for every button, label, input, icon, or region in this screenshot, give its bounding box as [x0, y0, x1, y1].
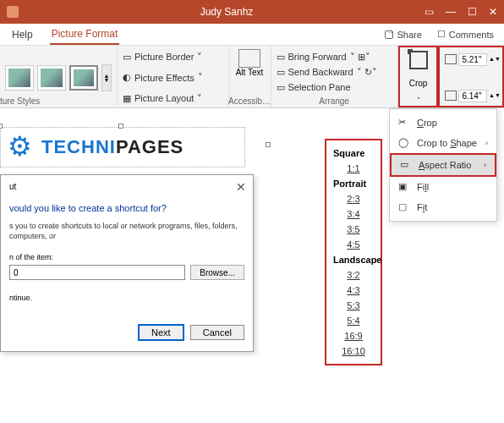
picture-effects-button[interactable]: ◐Picture Effects ˅	[123, 70, 223, 85]
square-header: Square	[326, 146, 381, 161]
alt-text-icon[interactable]	[238, 49, 260, 68]
ratio-4-3[interactable]: 4:3	[326, 283, 381, 298]
alt-text-group: Alt Text Accessib…	[229, 46, 271, 107]
selection-handle[interactable]	[118, 124, 123, 129]
next-button[interactable]: Next	[138, 324, 184, 341]
minimize-icon[interactable]: —	[446, 6, 456, 18]
crop-menu-crop[interactable]: ✂Crop	[390, 113, 496, 133]
layout-icon: ▦	[123, 93, 131, 104]
picture-format-group: ▭Picture Border ˅ ◐Picture Effects ˅ ▦Pi…	[118, 46, 229, 107]
chevron-right-icon: ›	[485, 139, 488, 147]
selection-handle[interactable]	[266, 142, 271, 147]
width-icon	[445, 91, 457, 101]
landscape-header: Landscape	[326, 252, 381, 267]
document-title: Judy Sanhz	[29, 6, 425, 18]
menu-bar: Help Picture Format Share ☐ Comments	[0, 24, 504, 46]
picture-border-button[interactable]: ▭Picture Border ˅	[123, 49, 223, 64]
title-bar: Judy Sanhz ▭ — ☐ ✕	[0, 0, 504, 24]
tab-picture-format[interactable]: Picture Format	[50, 25, 120, 45]
chevron-right-icon: ›	[484, 161, 486, 169]
ratio-3-2[interactable]: 3:2	[326, 267, 381, 283]
ratio-5-3[interactable]: 5:3	[326, 298, 381, 313]
arrange-group: ▭ Bring Forward ˅ ⊞˅ ▭ Send Backward ˅ ↻…	[271, 46, 398, 107]
send-backward-button[interactable]: ▭ Send Backward ˅ ↻˅	[277, 64, 392, 80]
width-spinner[interactable]: ▲▼	[489, 94, 497, 97]
crop-dropdown-menu: ✂Crop ◯Crop to Shape› ▭Aspect Ratio› ▣Fi…	[389, 108, 497, 222]
wizard-description: s you to create shortcuts to local or ne…	[9, 222, 244, 241]
height-icon	[445, 54, 457, 64]
continue-text: ntinue.	[9, 294, 244, 302]
ratio-4-5[interactable]: 4:5	[326, 237, 381, 252]
ratio-3-4[interactable]: 3:4	[326, 206, 381, 222]
wizard-title: ut	[9, 182, 244, 191]
portrait-header: Portrait	[326, 176, 381, 191]
ratio-1-1[interactable]: 1:1	[326, 161, 381, 176]
ratio-3-5[interactable]: 3:5	[326, 222, 381, 237]
wizard-close-icon[interactable]: ✕	[236, 180, 246, 194]
crop-menu-fill[interactable]: ▣Fill	[390, 177, 496, 197]
aspect-ratio-submenu: Square 1:1 Portrait 2:3 3:4 3:5 4:5 Land…	[325, 139, 382, 365]
create-shortcut-wizard: ✕ ut vould you like to create a shortcut…	[0, 174, 254, 352]
ratio-2-3[interactable]: 2:3	[326, 191, 381, 206]
app-icon	[7, 6, 19, 18]
gear-icon	[4, 130, 38, 164]
ratio-5-4[interactable]: 5:4	[326, 313, 381, 328]
item-location-input[interactable]	[9, 265, 185, 280]
cancel-button[interactable]: Cancel	[190, 325, 244, 340]
height-input[interactable]: 5.21"	[458, 53, 487, 66]
crop-chevron-icon: ˅	[417, 96, 420, 104]
ribbon: ▲▼ ture Styles ▭Picture Border ˅ ◐Pictur…	[0, 46, 504, 108]
style-thumb-1[interactable]	[5, 65, 34, 91]
slide-canvas: TECHNIPAGES ✕ ut vould you like to creat…	[0, 108, 504, 423]
width-input[interactable]: 6.14"	[458, 90, 487, 102]
bring-forward-button[interactable]: ▭ Bring Forward ˅ ⊞˅	[277, 49, 392, 64]
picture-layout-button[interactable]: ▦Picture Layout ˅	[123, 91, 223, 106]
ratio-16-9[interactable]: 16:9	[326, 328, 381, 343]
wizard-question: vould you like to create a shortcut for?	[9, 203, 244, 213]
fit-icon: ▢	[398, 201, 410, 213]
technipages-logo[interactable]: TECHNIPAGES	[0, 127, 245, 168]
border-icon: ▭	[123, 52, 131, 63]
close-icon[interactable]: ✕	[489, 6, 497, 18]
ratio-icon: ▭	[400, 159, 412, 171]
styles-expand[interactable]: ▲▼	[101, 64, 112, 91]
fill-icon: ▣	[398, 181, 410, 193]
maximize-icon[interactable]: ☐	[468, 6, 477, 18]
crop-menu-fit[interactable]: ▢Fit	[390, 197, 496, 217]
ratio-16-10[interactable]: 16:10	[326, 343, 381, 359]
styles-label: ture Styles	[0, 96, 40, 106]
style-thumb-2[interactable]	[37, 65, 66, 91]
size-group: 5.21"▲▼ 6.14"▲▼	[438, 46, 504, 107]
crop-group[interactable]: Crop ˅	[398, 46, 439, 107]
comments-button[interactable]: ☐ Comments	[437, 29, 494, 40]
browse-button[interactable]: Browse...	[190, 265, 244, 280]
crop-icon: ✂	[398, 117, 410, 129]
shape-icon: ◯	[398, 137, 410, 149]
share-button[interactable]: Share	[385, 30, 421, 40]
tab-help[interactable]: Help	[10, 25, 35, 44]
height-spinner[interactable]: ▲▼	[489, 58, 497, 61]
selection-handle[interactable]	[0, 124, 3, 129]
crop-icon	[409, 51, 428, 69]
crop-menu-shape[interactable]: ◯Crop to Shape›	[390, 133, 496, 153]
style-thumb-3[interactable]	[69, 65, 98, 91]
ribbon-display-icon[interactable]: ▭	[425, 6, 434, 18]
share-icon	[385, 30, 393, 39]
alt-text-label: Alt Text	[236, 68, 264, 77]
crop-menu-aspect-ratio[interactable]: ▭Aspect Ratio›	[390, 153, 496, 177]
item-location-label: n of the item:	[9, 253, 244, 261]
effects-icon: ◐	[123, 72, 131, 83]
picture-styles-group: ▲▼ ture Styles	[0, 46, 118, 107]
selection-pane-button[interactable]: ▭ Selection Pane	[277, 80, 392, 95]
